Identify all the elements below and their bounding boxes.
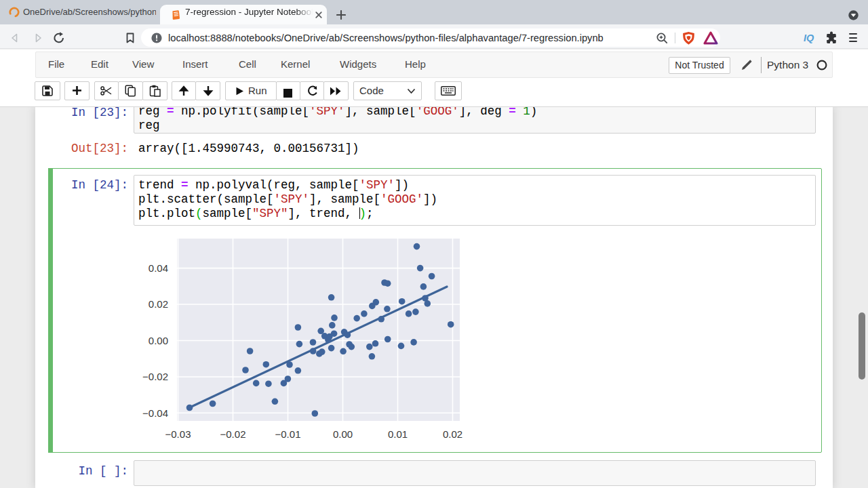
svg-text:−0.01: −0.01 (275, 428, 301, 440)
svg-text:0.01: 0.01 (388, 428, 408, 440)
svg-text:−0.02: −0.02 (220, 428, 246, 440)
svg-text:−0.03: −0.03 (165, 428, 191, 440)
svg-text:−0.04: −0.04 (142, 407, 168, 419)
svg-text:0.00: 0.00 (149, 335, 168, 346)
svg-text:0.00: 0.00 (333, 428, 353, 440)
svg-text:0.02: 0.02 (443, 428, 462, 440)
svg-text:0.02: 0.02 (149, 298, 168, 310)
svg-text:−0.02: −0.02 (142, 371, 168, 382)
svg-text:0.04: 0.04 (149, 262, 168, 274)
